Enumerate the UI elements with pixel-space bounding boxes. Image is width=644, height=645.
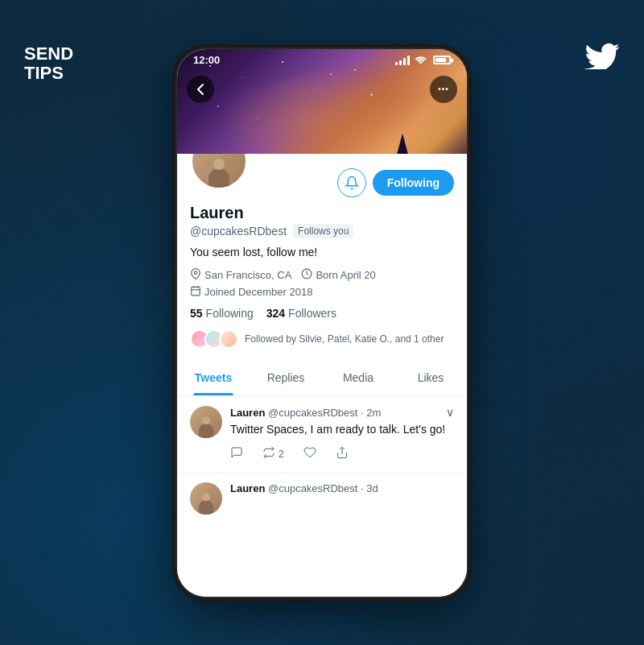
birthday-icon xyxy=(301,268,312,282)
wifi-icon xyxy=(415,54,427,66)
battery-icon xyxy=(433,56,451,64)
tab-media[interactable]: Media xyxy=(322,360,394,395)
retweet-count: 2 xyxy=(279,449,284,460)
follower-avatar-3 xyxy=(219,329,238,349)
followers-label: Followers xyxy=(288,307,336,320)
retweet-action[interactable]: 2 xyxy=(262,446,284,462)
retweet-icon xyxy=(262,446,275,462)
tweet-actions: 2 xyxy=(230,446,454,462)
profile-content: Following Lauren @cupcakesRDbest Follows… xyxy=(177,154,467,597)
following-label: Following xyxy=(206,307,254,320)
tab-replies[interactable]: Replies xyxy=(250,360,322,395)
location-icon xyxy=(190,268,201,282)
followers-count: 324 xyxy=(266,307,285,320)
tweet-time-value: 2m xyxy=(366,407,381,419)
tweet-item: Lauren @cupcakesRDbest · 2m ∨ Twitter Sp… xyxy=(177,396,467,473)
tweet-username-text: @cupcakesRDbest xyxy=(268,407,357,419)
svg-rect-3 xyxy=(192,287,200,296)
birthday-item: Born April 20 xyxy=(301,268,375,282)
username-row: @cupcakesRDbest Follows you xyxy=(190,224,454,238)
profile-avatar xyxy=(190,154,248,190)
header-actions: Following xyxy=(337,154,454,197)
tweet-username-text-2: @cupcakesRDbest xyxy=(268,482,357,494)
tweet-chevron-icon[interactable]: ∨ xyxy=(446,406,454,419)
tweet-time-value-2: 3d xyxy=(366,482,378,494)
more-button[interactable]: ••• xyxy=(430,76,457,103)
status-icons xyxy=(395,54,451,66)
follower-avatars xyxy=(190,329,238,349)
tweet-name-2: Lauren xyxy=(230,482,265,494)
bio: You seem lost, follow me! xyxy=(190,245,454,261)
following-stat[interactable]: 55 Following xyxy=(190,307,254,320)
tweet-avatar xyxy=(190,406,222,438)
tweet-meta: Lauren @cupcakesRDbest · 2m xyxy=(230,407,381,419)
tab-likes[interactable]: Likes xyxy=(394,360,467,395)
followed-by-text: Followed by Silvie, Patel, Katie O., and… xyxy=(245,333,444,345)
calendar-icon xyxy=(190,285,201,299)
joined-text: Joined December 2018 xyxy=(204,286,312,298)
location-item: San Francisco, CA xyxy=(190,268,291,282)
cover-nav: ••• xyxy=(177,72,467,107)
svg-point-1 xyxy=(194,271,197,275)
following-count: 55 xyxy=(190,307,203,320)
stats-row: 55 Following 324 Followers xyxy=(190,307,454,320)
twitter-bird-icon xyxy=(584,40,620,76)
joined-item: Joined December 2018 xyxy=(190,285,312,299)
tab-tweets[interactable]: Tweets xyxy=(177,360,250,395)
meta-info: San Francisco, CA Born April 20 xyxy=(190,268,454,299)
status-bar: 12:00 xyxy=(177,49,467,72)
tweet-meta-2: Lauren @cupcakesRDbest · 3d xyxy=(230,482,378,494)
like-action[interactable] xyxy=(303,446,316,462)
signal-icon xyxy=(395,56,410,65)
avatar-action-row: Following xyxy=(190,154,454,197)
username: @cupcakesRDbest xyxy=(190,225,287,238)
notify-button[interactable] xyxy=(337,168,366,197)
phone-frame: 12:00 xyxy=(177,49,467,597)
tweet-name: Lauren xyxy=(230,407,265,419)
share-icon xyxy=(336,446,349,462)
location-text: San Francisco, CA xyxy=(204,269,291,281)
like-icon xyxy=(303,446,316,462)
followed-by-section: Followed by Silvie, Patel, Katie O., and… xyxy=(190,329,454,349)
tweet-text: Twitter Spaces, I am ready to talk. Let'… xyxy=(230,422,454,438)
profile-tabs: Tweets Replies Media Likes xyxy=(177,360,467,396)
tweet-header: Lauren @cupcakesRDbest · 2m ∨ xyxy=(230,406,454,419)
send-tips-label: Send TIPS xyxy=(24,44,73,83)
reply-action[interactable] xyxy=(230,446,243,462)
tweet-content: Lauren @cupcakesRDbest · 2m ∨ Twitter Sp… xyxy=(230,406,454,462)
share-action[interactable] xyxy=(336,446,349,462)
profile-name: Lauren xyxy=(190,204,454,222)
birthday-text: Born April 20 xyxy=(316,269,375,281)
tweet-content-2: Lauren @cupcakesRDbest · 3d xyxy=(230,482,454,515)
followers-stat[interactable]: 324 Followers xyxy=(266,307,336,320)
tweet-item-2: Lauren @cupcakesRDbest · 3d xyxy=(177,473,467,524)
profile-header-area: Following Lauren @cupcakesRDbest Follows… xyxy=(177,154,467,349)
tweet-header-2: Lauren @cupcakesRDbest · 3d xyxy=(230,482,454,494)
reply-icon xyxy=(230,446,243,462)
svg-point-0 xyxy=(351,176,353,177)
follows-you-badge: Follows you xyxy=(293,224,353,238)
tweet-avatar-2 xyxy=(190,482,222,515)
following-button[interactable]: Following xyxy=(373,170,454,196)
status-time: 12:00 xyxy=(193,54,220,66)
back-button[interactable] xyxy=(187,76,214,103)
